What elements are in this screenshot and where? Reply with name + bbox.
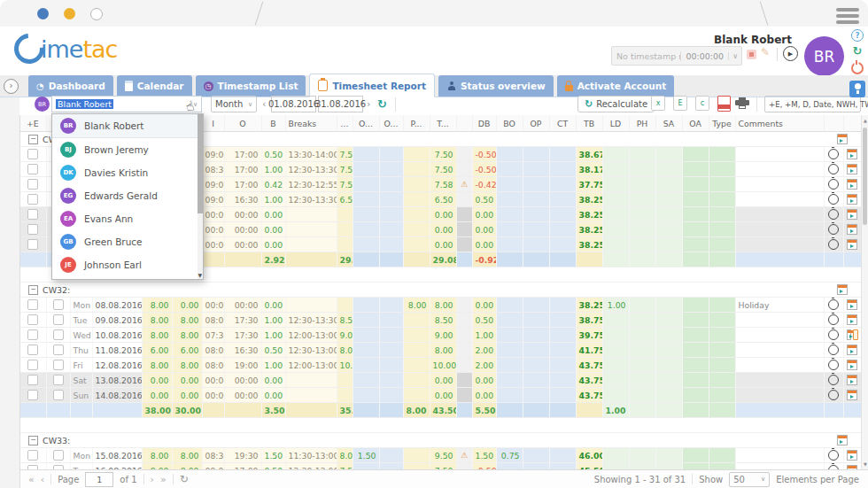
row-checkbox[interactable] — [27, 345, 38, 355]
first-page-button[interactable]: « — [28, 474, 35, 485]
lightbulb-icon[interactable] — [849, 81, 865, 97]
column-header-t[interactable]: T... — [430, 115, 456, 132]
column-header-op[interactable]: OP — [523, 115, 549, 132]
user-avatar[interactable]: BR — [804, 36, 844, 76]
dropdown-user-johnson-earl[interactable]: JEJohnson Earl — [52, 253, 203, 276]
stopwatch-icon[interactable] — [828, 390, 839, 400]
column-header-gap[interactable] — [456, 115, 472, 132]
chevron-down-icon[interactable]: ∨ — [728, 52, 741, 60]
stopwatch-icon[interactable] — [828, 299, 839, 310]
window-maximize-button[interactable] — [90, 8, 103, 20]
calendar-export-icon[interactable] — [837, 435, 848, 445]
row-checkbox[interactable] — [53, 450, 64, 461]
previous-period-button[interactable]: ‹ — [262, 98, 266, 110]
reload-icon[interactable]: ↻ — [377, 97, 387, 111]
sidebar-expand-button[interactable]: › — [4, 79, 19, 94]
dropdown-user-blank-robert[interactable]: BRBlank Robert — [52, 114, 203, 138]
stopwatch-icon[interactable] — [828, 345, 839, 355]
column-header-o1[interactable]: O... — [353, 115, 379, 132]
calendar-export-icon[interactable] — [847, 375, 857, 385]
page-number-input[interactable] — [85, 472, 113, 487]
stopwatch-icon[interactable] — [828, 209, 839, 220]
dropdown-scrollbar[interactable] — [198, 114, 203, 279]
dropdown-user-davies-kristin[interactable]: DKDavies Kristin — [52, 161, 203, 184]
calendar-export-icon[interactable] — [847, 390, 857, 400]
play-button[interactable]: ▶ — [783, 46, 798, 61]
export-excel-button[interactable]: x — [651, 96, 665, 111]
column-header-p[interactable]: P... — [403, 115, 430, 132]
column-header-e[interactable]: +E — [19, 115, 46, 132]
collapse-section-icon[interactable]: − — [28, 135, 38, 144]
power-icon[interactable] — [851, 62, 864, 74]
scroll-up-arrow[interactable]: ▲ — [862, 118, 868, 123]
window-minimize-button[interactable] — [64, 8, 75, 19]
stopwatch-icon[interactable] — [828, 450, 839, 461]
row-checkbox[interactable] — [27, 390, 38, 400]
columns-filter-select[interactable]: +E, +M, D, Date, NWH, TWH ∨ — [764, 96, 861, 112]
stopwatch-icon[interactable] — [828, 179, 839, 190]
dropdown-user-green-bruce[interactable]: GBGreen Bruce — [52, 230, 203, 253]
last-page-button[interactable]: » — [160, 474, 167, 485]
page-size-select[interactable]: 50 ∨ — [729, 472, 770, 487]
column-header-act2[interactable] — [843, 115, 861, 132]
row-checkbox[interactable] — [53, 360, 64, 370]
row-checkbox[interactable] — [27, 209, 38, 220]
stopwatch-icon[interactable] — [828, 314, 839, 325]
column-header-i[interactable]: I — [202, 115, 224, 132]
stopwatch-icon[interactable] — [828, 194, 839, 205]
row-checkbox[interactable] — [53, 345, 64, 355]
tab-status-overview[interactable]: Status overview — [438, 75, 554, 97]
row-checkbox[interactable] — [27, 450, 38, 461]
dropdown-user-brown-jeremy[interactable]: BJBrown Jeremy — [52, 138, 203, 161]
note-icon[interactable] — [853, 329, 857, 340]
row-checkbox[interactable] — [27, 375, 38, 385]
stopwatch-icon[interactable] — [828, 329, 839, 340]
row-checkbox[interactable] — [27, 314, 38, 325]
scroll-down-arrow[interactable]: ▼ — [198, 272, 202, 278]
row-checkbox[interactable] — [27, 179, 38, 190]
calendar-export-icon[interactable] — [837, 284, 848, 295]
dropdown-user-evans-ann[interactable]: EAEvans Ann — [52, 207, 203, 230]
period-select[interactable]: Month ∨ — [211, 96, 257, 112]
column-header-ld[interactable]: LD — [602, 115, 629, 132]
column-header-oa[interactable]: OA — [682, 115, 709, 132]
column-header-ct[interactable]: CT — [549, 115, 576, 132]
export-pdf-button[interactable] — [717, 96, 731, 112]
timestamp-widget[interactable]: No timestamp run... 00:00:00 ∨ — [611, 46, 742, 66]
stopwatch-icon[interactable] — [828, 224, 839, 235]
recalculate-button[interactable]: ↻ Recalculate — [577, 96, 655, 112]
row-checkbox[interactable] — [53, 390, 64, 400]
stopwatch-icon[interactable] — [828, 149, 839, 159]
column-header-act1[interactable] — [824, 115, 843, 132]
window-close-button[interactable] — [37, 8, 49, 19]
column-header-db[interactable]: DB — [472, 115, 496, 132]
tab-timestamp-list[interactable]: ◷Timestamp List — [196, 75, 306, 97]
edit-icon[interactable]: ✎ — [761, 46, 770, 58]
record-icon[interactable] — [747, 50, 756, 59]
date-from-field[interactable]: 01.08.2016 — [271, 96, 316, 112]
calendar-export-icon[interactable] — [847, 224, 857, 235]
row-checkbox[interactable] — [27, 164, 38, 174]
stopwatch-icon[interactable] — [828, 360, 839, 370]
calendar-export-icon[interactable] — [847, 450, 857, 461]
row-checkbox[interactable] — [27, 329, 38, 340]
column-header-type[interactable]: Type — [709, 115, 735, 132]
column-header-breaks[interactable]: Breaks — [285, 115, 337, 132]
collapse-section-icon[interactable]: − — [28, 436, 38, 445]
row-checkbox[interactable] — [53, 299, 64, 310]
tab-dashboard[interactable]: ◔Dashboard — [28, 75, 113, 97]
refresh-icon[interactable]: ↻ — [853, 45, 863, 57]
calendar-export-icon[interactable] — [847, 194, 857, 205]
export-csv-button[interactable]: c — [695, 96, 709, 111]
column-header-bo[interactable]: BO — [496, 115, 523, 132]
help-icon[interactable]: ? — [851, 29, 864, 42]
next-page-button[interactable]: › — [151, 474, 154, 485]
row-checkbox[interactable] — [27, 239, 38, 250]
column-header-b[interactable]: B — [261, 115, 285, 132]
previous-page-button[interactable]: ‹ — [41, 474, 44, 485]
row-checkbox[interactable] — [27, 360, 38, 370]
scrollbar-thumb[interactable] — [863, 128, 867, 225]
row-checkbox[interactable] — [27, 299, 38, 310]
calendar-export-icon[interactable] — [847, 164, 857, 174]
column-header-sa[interactable]: SA — [655, 115, 682, 132]
